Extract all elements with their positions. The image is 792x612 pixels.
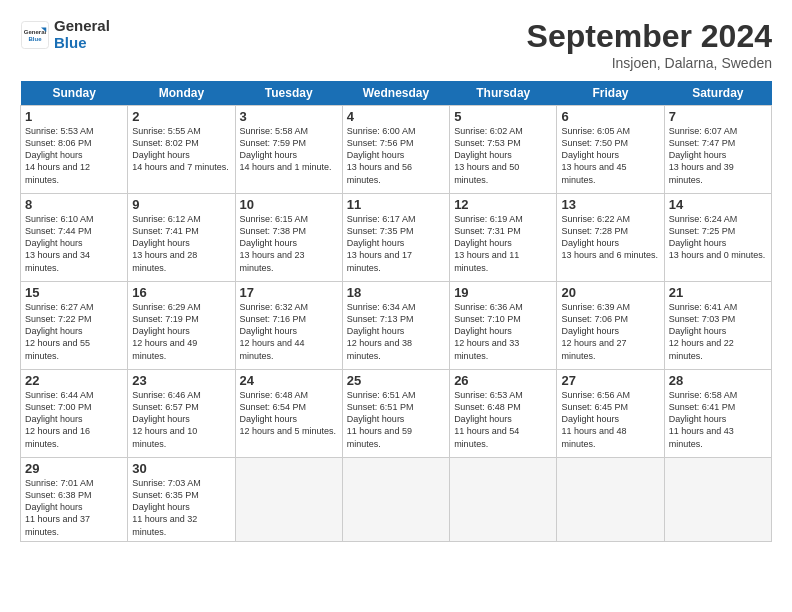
- day-number: 27: [561, 373, 659, 388]
- calendar-cell: 19Sunrise: 6:36 AMSunset: 7:10 PMDayligh…: [450, 282, 557, 370]
- day-info: Sunrise: 6:02 AMSunset: 7:53 PMDaylight …: [454, 125, 552, 186]
- calendar-cell: [557, 458, 664, 542]
- calendar-cell: 24Sunrise: 6:48 AMSunset: 6:54 PMDayligh…: [235, 370, 342, 458]
- day-number: 7: [669, 109, 767, 124]
- calendar-cell: 7Sunrise: 6:07 AMSunset: 7:47 PMDaylight…: [664, 106, 771, 194]
- day-number: 23: [132, 373, 230, 388]
- logo-blue-text: Blue: [54, 35, 110, 52]
- day-number: 22: [25, 373, 123, 388]
- calendar-cell: 12Sunrise: 6:19 AMSunset: 7:31 PMDayligh…: [450, 194, 557, 282]
- svg-rect-0: [22, 21, 49, 48]
- day-info: Sunrise: 6:15 AMSunset: 7:38 PMDaylight …: [240, 213, 338, 274]
- day-info: Sunrise: 6:32 AMSunset: 7:16 PMDaylight …: [240, 301, 338, 362]
- month-title: September 2024: [527, 18, 772, 55]
- calendar-cell: 27Sunrise: 6:56 AMSunset: 6:45 PMDayligh…: [557, 370, 664, 458]
- col-thursday: Thursday: [450, 81, 557, 106]
- day-info: Sunrise: 6:34 AMSunset: 7:13 PMDaylight …: [347, 301, 445, 362]
- calendar-week-row: 1Sunrise: 5:53 AMSunset: 8:06 PMDaylight…: [21, 106, 772, 194]
- day-info: Sunrise: 6:27 AMSunset: 7:22 PMDaylight …: [25, 301, 123, 362]
- calendar-cell: 14Sunrise: 6:24 AMSunset: 7:25 PMDayligh…: [664, 194, 771, 282]
- day-info: Sunrise: 6:29 AMSunset: 7:19 PMDaylight …: [132, 301, 230, 362]
- calendar-cell: 10Sunrise: 6:15 AMSunset: 7:38 PMDayligh…: [235, 194, 342, 282]
- calendar-cell: [450, 458, 557, 542]
- logo-general-text: General: [54, 18, 110, 35]
- day-number: 11: [347, 197, 445, 212]
- day-info: Sunrise: 6:17 AMSunset: 7:35 PMDaylight …: [347, 213, 445, 274]
- day-number: 24: [240, 373, 338, 388]
- day-number: 30: [132, 461, 230, 476]
- logo-text: General Blue: [54, 18, 110, 51]
- calendar-table: Sunday Monday Tuesday Wednesday Thursday…: [20, 81, 772, 542]
- day-number: 28: [669, 373, 767, 388]
- day-info: Sunrise: 6:39 AMSunset: 7:06 PMDaylight …: [561, 301, 659, 362]
- day-info: Sunrise: 6:48 AMSunset: 6:54 PMDaylight …: [240, 389, 338, 438]
- day-info: Sunrise: 6:00 AMSunset: 7:56 PMDaylight …: [347, 125, 445, 186]
- calendar-week-row: 8Sunrise: 6:10 AMSunset: 7:44 PMDaylight…: [21, 194, 772, 282]
- calendar-cell: [664, 458, 771, 542]
- day-info: Sunrise: 6:12 AMSunset: 7:41 PMDaylight …: [132, 213, 230, 274]
- col-friday: Friday: [557, 81, 664, 106]
- day-number: 12: [454, 197, 552, 212]
- col-monday: Monday: [128, 81, 235, 106]
- calendar-cell: 6Sunrise: 6:05 AMSunset: 7:50 PMDaylight…: [557, 106, 664, 194]
- day-info: Sunrise: 5:55 AMSunset: 8:02 PMDaylight …: [132, 125, 230, 174]
- calendar-week-row: 29Sunrise: 7:01 AMSunset: 6:38 PMDayligh…: [21, 458, 772, 542]
- day-info: Sunrise: 7:01 AMSunset: 6:38 PMDaylight …: [25, 477, 123, 538]
- day-info: Sunrise: 5:58 AMSunset: 7:59 PMDaylight …: [240, 125, 338, 174]
- day-number: 25: [347, 373, 445, 388]
- calendar-cell: 13Sunrise: 6:22 AMSunset: 7:28 PMDayligh…: [557, 194, 664, 282]
- calendar-cell: 9Sunrise: 6:12 AMSunset: 7:41 PMDaylight…: [128, 194, 235, 282]
- day-info: Sunrise: 6:22 AMSunset: 7:28 PMDaylight …: [561, 213, 659, 262]
- calendar-cell: 25Sunrise: 6:51 AMSunset: 6:51 PMDayligh…: [342, 370, 449, 458]
- day-number: 29: [25, 461, 123, 476]
- day-number: 2: [132, 109, 230, 124]
- day-number: 14: [669, 197, 767, 212]
- calendar-cell: 26Sunrise: 6:53 AMSunset: 6:48 PMDayligh…: [450, 370, 557, 458]
- calendar-cell: 22Sunrise: 6:44 AMSunset: 7:00 PMDayligh…: [21, 370, 128, 458]
- day-info: Sunrise: 6:58 AMSunset: 6:41 PMDaylight …: [669, 389, 767, 450]
- day-number: 9: [132, 197, 230, 212]
- day-number: 10: [240, 197, 338, 212]
- calendar-week-row: 15Sunrise: 6:27 AMSunset: 7:22 PMDayligh…: [21, 282, 772, 370]
- calendar-cell: 8Sunrise: 6:10 AMSunset: 7:44 PMDaylight…: [21, 194, 128, 282]
- day-info: Sunrise: 6:36 AMSunset: 7:10 PMDaylight …: [454, 301, 552, 362]
- col-saturday: Saturday: [664, 81, 771, 106]
- day-number: 17: [240, 285, 338, 300]
- day-info: Sunrise: 6:19 AMSunset: 7:31 PMDaylight …: [454, 213, 552, 274]
- calendar-cell: 3Sunrise: 5:58 AMSunset: 7:59 PMDaylight…: [235, 106, 342, 194]
- day-number: 16: [132, 285, 230, 300]
- calendar-cell: 16Sunrise: 6:29 AMSunset: 7:19 PMDayligh…: [128, 282, 235, 370]
- day-info: Sunrise: 6:53 AMSunset: 6:48 PMDaylight …: [454, 389, 552, 450]
- calendar-cell: 17Sunrise: 6:32 AMSunset: 7:16 PMDayligh…: [235, 282, 342, 370]
- day-number: 8: [25, 197, 123, 212]
- calendar-cell: 21Sunrise: 6:41 AMSunset: 7:03 PMDayligh…: [664, 282, 771, 370]
- day-number: 20: [561, 285, 659, 300]
- day-number: 19: [454, 285, 552, 300]
- day-number: 6: [561, 109, 659, 124]
- calendar-cell: 23Sunrise: 6:46 AMSunset: 6:57 PMDayligh…: [128, 370, 235, 458]
- day-number: 15: [25, 285, 123, 300]
- day-info: Sunrise: 6:46 AMSunset: 6:57 PMDaylight …: [132, 389, 230, 450]
- calendar-cell: [235, 458, 342, 542]
- header: General Blue General Blue September 2024…: [20, 18, 772, 71]
- day-info: Sunrise: 6:51 AMSunset: 6:51 PMDaylight …: [347, 389, 445, 450]
- day-info: Sunrise: 6:10 AMSunset: 7:44 PMDaylight …: [25, 213, 123, 274]
- title-block: September 2024 Insjoen, Dalarna, Sweden: [527, 18, 772, 71]
- calendar-cell: 5Sunrise: 6:02 AMSunset: 7:53 PMDaylight…: [450, 106, 557, 194]
- calendar-cell: 18Sunrise: 6:34 AMSunset: 7:13 PMDayligh…: [342, 282, 449, 370]
- day-info: Sunrise: 6:56 AMSunset: 6:45 PMDaylight …: [561, 389, 659, 450]
- calendar-cell: 2Sunrise: 5:55 AMSunset: 8:02 PMDaylight…: [128, 106, 235, 194]
- svg-text:General: General: [24, 28, 47, 34]
- day-number: 1: [25, 109, 123, 124]
- day-number: 4: [347, 109, 445, 124]
- calendar-cell: 29Sunrise: 7:01 AMSunset: 6:38 PMDayligh…: [21, 458, 128, 542]
- svg-text:Blue: Blue: [28, 36, 42, 42]
- day-info: Sunrise: 6:41 AMSunset: 7:03 PMDaylight …: [669, 301, 767, 362]
- day-info: Sunrise: 6:07 AMSunset: 7:47 PMDaylight …: [669, 125, 767, 186]
- day-number: 5: [454, 109, 552, 124]
- calendar-cell: [342, 458, 449, 542]
- day-number: 13: [561, 197, 659, 212]
- calendar-cell: 4Sunrise: 6:00 AMSunset: 7:56 PMDaylight…: [342, 106, 449, 194]
- day-info: Sunrise: 6:24 AMSunset: 7:25 PMDaylight …: [669, 213, 767, 262]
- col-sunday: Sunday: [21, 81, 128, 106]
